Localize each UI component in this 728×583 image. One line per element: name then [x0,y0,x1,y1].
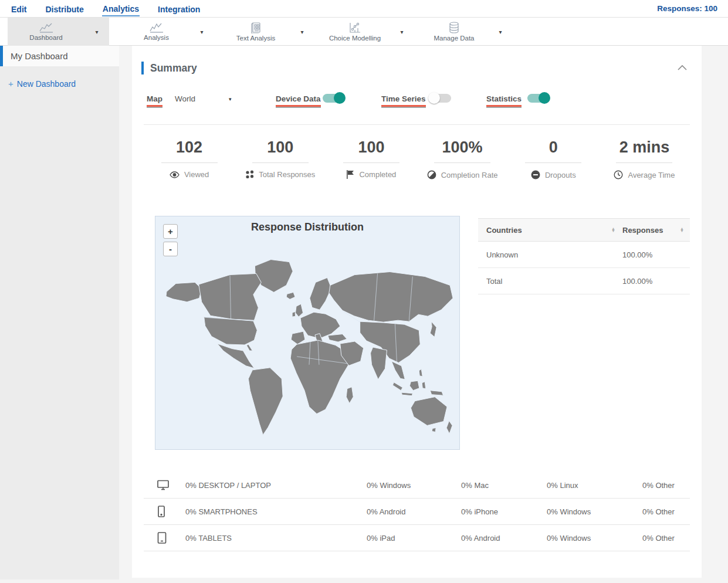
toolbar-choice-modelling: Choice Modelling ▾ [320,18,414,46]
text-analysis-dropdown-caret[interactable]: ▾ [290,18,314,46]
choice-modelling-button[interactable]: Choice Modelling [320,18,390,46]
stat-label-text: Average Time [628,171,675,179]
statistics-toggle[interactable] [527,94,549,103]
toggle-knob [428,92,440,104]
countries-table: Countries ▲▼ Responses ▲▼ Unknown 100.00… [478,218,690,294]
analysis-dropdown-caret[interactable]: ▾ [189,18,214,46]
stat-divider [616,162,672,163]
stat-divider [161,162,218,163]
table-row: Total 100.00% [478,268,690,294]
stat-label-text: Completed [359,170,396,179]
map-zoom-in-button[interactable]: + [163,224,178,239]
device-category: 0% TABLETS [185,534,367,543]
responses-count: Responses: 100 [657,4,717,13]
stat-label-text: Total Responses [259,170,315,179]
analysis-button[interactable]: Analysis [123,18,189,46]
manage-data-button[interactable]: Manage Data [420,18,488,46]
stat-dropouts: 0 Dropouts [508,134,599,187]
country-cell: Total [486,277,615,286]
choice-modelling-label: Choice Modelling [329,35,381,42]
minus-circle-icon [531,170,540,179]
top-nav: Edit Distribute Analytics Integration Re… [0,0,728,18]
country-cell: Unknown [486,250,615,259]
manage-data-label: Manage Data [434,35,474,42]
map-select-value[interactable]: World [175,94,195,103]
desktop-icon [157,480,185,490]
map-title: Response Distribution [155,221,459,233]
time-series-toggle[interactable] [429,94,451,103]
device-cell: 0% Windows [367,481,461,490]
device-cell: 0% iPhone [461,507,547,516]
stat-value: 0 [508,138,599,157]
dashboard-label: Dashboard [29,34,62,41]
summary-accent-bar [141,62,144,74]
chevron-up-icon[interactable] [677,65,688,70]
statistics-label: Statistics [486,94,522,107]
toggle-knob [334,92,346,104]
stat-value: 102 [144,138,235,157]
device-cell: 0% Windows [547,534,642,543]
sidebar-item-my-dashboard[interactable]: My Dashboard [0,46,119,66]
text-analysis-button[interactable]: Text Analysis [222,18,290,46]
dashboard-button[interactable]: Dashboard [8,18,84,46]
stat-divider [525,162,581,163]
section-divider [144,124,690,125]
stat-completion-rate: 100% Completion Rate [417,134,508,187]
stat-viewed: 102 Viewed [144,134,235,187]
new-dashboard-button[interactable]: + New Dashboard [8,79,119,89]
stat-value: 100 [235,138,326,157]
analysis-label: Analysis [144,34,169,41]
time-series-label: Time Series [381,94,426,107]
scatter-chart-icon [348,22,361,33]
stat-value: 100 [326,138,417,157]
choice-modelling-dropdown-caret[interactable]: ▾ [390,18,414,46]
map-select-caret-icon[interactable]: ▾ [229,96,232,102]
device-cell: 0% Linux [547,481,642,490]
sort-icon[interactable]: ▲▼ [611,228,615,232]
stat-total-responses: 100 Total Responses [235,134,326,187]
nav-integration[interactable]: Integration [157,2,201,16]
device-cell: 0% Mac [461,481,547,490]
responses-header-label: Responses [622,226,663,235]
nav-edit[interactable]: Edit [11,2,27,16]
smartphone-icon [157,506,185,517]
text-analysis-label: Text Analysis [236,35,275,42]
device-category: 0% SMARTPHONES [185,507,367,516]
analytics-toolbar: Dashboard ▾ Analysis ▾ [0,18,728,46]
database-icon [448,22,460,33]
toolbar-dashboard: Dashboard ▾ [8,18,109,46]
table-row: Unknown 100.00% [478,242,690,268]
map-label: Map [147,94,162,107]
stat-average-time: 2 mins Average Time [599,134,690,187]
world-map[interactable] [155,245,459,444]
nav-distribute[interactable]: Distribute [45,2,84,16]
toolbar-analysis: Analysis ▾ [123,18,214,46]
device-data-table: 0% DESKTOP / LAPTOP 0% Windows 0% Mac 0%… [144,472,690,551]
summary-card: Summary Map World ▾ Device Data Time Ser… [132,46,702,578]
device-data-toggle[interactable] [323,94,344,103]
summary-title: Summary [150,62,197,74]
stat-value: 2 mins [599,138,690,157]
response-distribution-map: Response Distribution + - [155,216,460,450]
nav-analytics[interactable]: Analytics [102,1,140,16]
dashboard-dropdown-caret[interactable]: ▾ [84,18,109,46]
summary-header: Summary [141,62,197,74]
manage-data-dropdown-caret[interactable]: ▾ [488,18,513,46]
stat-divider [434,162,490,163]
stat-label-text: Viewed [184,170,209,179]
eye-icon [170,171,180,178]
sort-icon[interactable]: ▲▼ [680,228,684,232]
toolbar-manage-data: Manage Data ▾ [420,18,513,46]
device-cell: 0% Android [461,534,547,543]
analytics-dashboard-page: Edit Distribute Analytics Integration Re… [0,0,728,583]
document-grid-icon [250,22,262,33]
stat-value: 100% [417,138,508,157]
clock-icon [614,170,623,179]
countries-header-label: Countries [486,226,522,235]
device-cell: 0% Other [642,507,690,516]
table-row: 0% SMARTPHONES 0% Android 0% iPhone 0% W… [144,499,690,525]
stat-divider [343,162,399,163]
table-row: 0% TABLETS 0% iPad 0% Android 0% Windows… [144,525,690,551]
device-category: 0% DESKTOP / LAPTOP [185,481,367,490]
line-chart-icon [39,22,54,33]
